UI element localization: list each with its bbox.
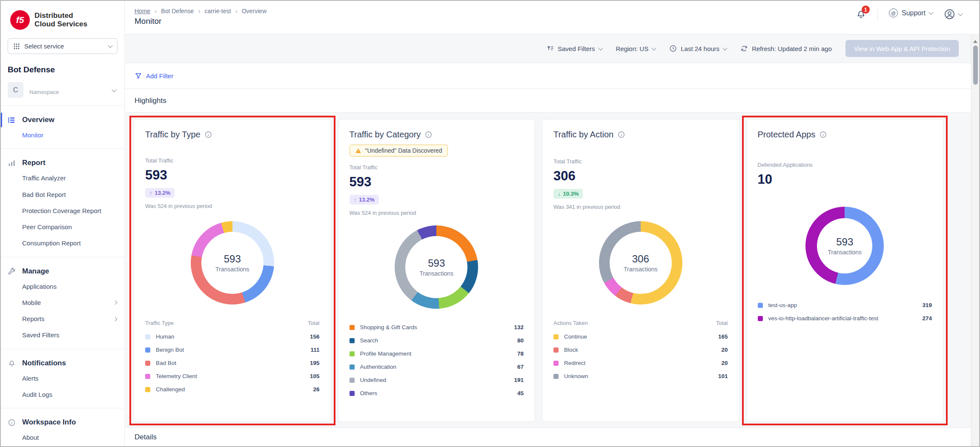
legend-row-authentication[interactable]: Authentication67 — [350, 360, 524, 373]
namespace-selector[interactable]: C Namespace — [1, 82, 124, 106]
sidebar-section-label: Report — [22, 159, 46, 167]
legend-row-profile-management[interactable]: Profile Management78 — [350, 347, 524, 360]
time-range-label: Last 24 hours — [681, 45, 719, 52]
breadcrumb-item-overview[interactable]: Overview — [242, 8, 266, 14]
donut-center-label: Transactions — [828, 249, 862, 256]
sidebar-item-saved-filters[interactable]: Saved Filters — [1, 327, 124, 343]
sidebar-nav: OverviewMonitorReportTraffic AnalyzerBad… — [1, 106, 124, 446]
legend-label: Redirect — [564, 360, 585, 366]
sidebar-item-bad-bot-report[interactable]: Bad Bot Report — [1, 187, 124, 203]
breadcrumb-separator: › — [235, 7, 238, 14]
support-menu[interactable]: @ Support — [889, 9, 933, 17]
legend-header: Actions Taken Total — [553, 318, 728, 330]
time-range-dropdown[interactable]: Last 24 hours — [669, 45, 727, 52]
namespace-label: Namespace — [29, 89, 59, 95]
previous-period-text: Was 524 in previous period — [350, 210, 524, 216]
legend-row-unknown[interactable]: Unknown101 — [553, 370, 728, 383]
highlights-section-header: Highlights — [125, 89, 979, 113]
sidebar-item-label: Monitor — [22, 131, 43, 140]
breadcrumb-item-carrie-test[interactable]: carrie-test — [204, 8, 231, 14]
legend-row-challenged[interactable]: Challenged26 — [145, 383, 320, 396]
info-icon[interactable] — [425, 131, 432, 138]
card-title: Traffic by Type — [145, 130, 201, 140]
sidebar-item-consumption-report[interactable]: Consumption Report — [1, 235, 124, 251]
legend-value: 45 — [517, 390, 524, 396]
traffic-by-type-card: Traffic by Type Total Traffic 593 ↑13.2%… — [134, 119, 331, 422]
notification-count-badge: 1 — [862, 6, 870, 14]
previous-period-text: Was 524 in previous period — [145, 203, 320, 209]
f5-logo-icon: f5 — [10, 10, 30, 30]
sidebar-item-traffic-analyzer[interactable]: Traffic Analyzer — [1, 170, 124, 186]
add-filter-button[interactable]: Add Filter — [135, 72, 173, 80]
info-icon[interactable] — [618, 131, 625, 138]
metric-label: Total Traffic — [553, 158, 728, 165]
legend-row-search[interactable]: Search80 — [350, 334, 524, 347]
traffic-by-type-donut[interactable]: 593 Transactions — [191, 221, 274, 305]
sidebar-item-label: Applications — [22, 282, 57, 291]
sidebar-item-peer-comparison[interactable]: Peer Comparison — [1, 219, 124, 235]
legend-value: 105 — [310, 373, 320, 379]
sidebar-section-notifications[interactable]: Notifications — [1, 356, 124, 370]
legend-row-others[interactable]: Others45 — [350, 387, 524, 400]
legend-label: test-us-app — [768, 302, 797, 308]
undefined-data-warning-badge[interactable]: "Undefined" Data Discovered — [350, 145, 448, 157]
legend-row-test-us-app[interactable]: test-us-app319 — [758, 299, 932, 312]
sidebar-section-report[interactable]: Report — [1, 156, 124, 170]
donut-center-label: Transactions — [215, 266, 249, 273]
breadcrumb-item-bot-defense[interactable]: Bot Defense — [161, 8, 194, 14]
sidebar-section-overview[interactable]: Overview — [1, 113, 124, 127]
sidebar-section-manage[interactable]: Manage — [1, 264, 124, 279]
donut-center-value: 593 — [224, 253, 241, 265]
legend-row-shopping-gift-cards[interactable]: Shopping & Gift Cards132 — [350, 321, 524, 334]
sidebar-item-reports[interactable]: Reports — [1, 311, 124, 327]
sidebar-item-alerts[interactable]: Alerts — [1, 370, 124, 387]
legend-row-bad-bot[interactable]: Bad Bot195 — [145, 356, 320, 370]
legend-row-human[interactable]: Human156 — [145, 330, 320, 343]
scrollbar-thumb[interactable] — [973, 46, 978, 85]
legend-row-telemetry-client[interactable]: Telemetry Client105 — [145, 370, 320, 383]
scrollbar-up-arrow[interactable] — [973, 38, 977, 43]
info-icon[interactable] — [820, 131, 827, 138]
report-icon — [8, 159, 16, 167]
main-content: Home›Bot Defense›carrie-test›Overview Mo… — [125, 1, 979, 446]
warning-text: "Undefined" Data Discovered — [365, 147, 442, 154]
delta-badge: ↓10.3% — [553, 189, 583, 199]
region-dropdown[interactable]: Region: US — [616, 45, 656, 52]
legend-row-undefined[interactable]: Undefined191 — [350, 373, 524, 387]
refresh-button[interactable]: Refresh: Updated 2 min ago — [740, 45, 832, 52]
legend-label: Others — [360, 390, 378, 396]
namespace-initial: C — [8, 82, 23, 98]
traffic-by-category-donut[interactable]: 593 Transactions — [395, 225, 478, 309]
region-label: Region: US — [616, 45, 649, 52]
traffic-by-action-donut[interactable]: 306 Transactions — [599, 221, 682, 305]
highlights-title: Highlights — [135, 97, 166, 105]
notifications-bell-button[interactable]: 1 — [856, 9, 866, 21]
user-menu[interactable] — [944, 9, 962, 20]
sidebar-item-protection-coverage-report[interactable]: Protection Coverage Report — [1, 203, 124, 219]
select-service-dropdown[interactable]: Select service — [8, 38, 117, 54]
sidebar-item-audit-logs[interactable]: Audit Logs — [1, 387, 124, 403]
info-icon[interactable] — [205, 131, 212, 138]
saved-filters-dropdown[interactable]: Saved Filters — [546, 45, 602, 52]
legend-row-continue[interactable]: Continue165 — [553, 330, 728, 343]
view-in-waap-button[interactable]: View in Web App & API Protection — [845, 40, 959, 57]
legend-value: 195 — [310, 360, 320, 366]
breadcrumb-separator: › — [155, 7, 157, 14]
legend-label: Telemetry Client — [156, 373, 197, 379]
sidebar-item-about[interactable]: About — [1, 430, 124, 446]
sidebar-item-monitor[interactable]: Monitor — [1, 127, 124, 143]
donut-center: 593 Transactions — [817, 218, 872, 273]
sidebar-item-label: Bad Bot Report — [22, 191, 66, 199]
sidebar-item-applications[interactable]: Applications — [1, 279, 124, 295]
sidebar-section-workspace-info[interactable]: Workspace Info — [1, 415, 124, 430]
breadcrumb-item-home[interactable]: Home — [135, 8, 150, 14]
vertical-scrollbar[interactable] — [971, 35, 979, 446]
legend-value: 319 — [922, 302, 932, 308]
legend-row-redirect[interactable]: Redirect20 — [553, 356, 728, 370]
legend-row-block[interactable]: Block20 — [553, 343, 728, 356]
filter-bar: Add Filter — [125, 63, 979, 89]
sidebar-item-mobile[interactable]: Mobile — [1, 295, 124, 311]
legend-row-ves-io-http-loadbalancer-artificial-traffic-test[interactable]: ves-io-http-loadbalancer-artificial-traf… — [758, 312, 932, 325]
protected-apps-donut[interactable]: 593 Transactions — [805, 207, 884, 285]
legend-row-benign-bot[interactable]: Benign Bot111 — [145, 343, 320, 356]
